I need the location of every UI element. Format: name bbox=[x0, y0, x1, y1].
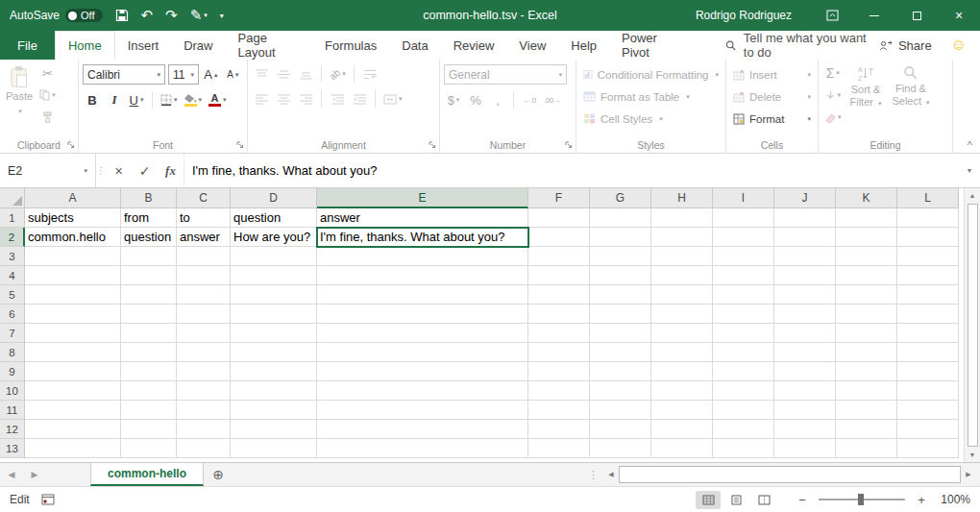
cell-C9[interactable] bbox=[177, 362, 231, 381]
cell-C5[interactable] bbox=[177, 285, 231, 305]
row-header-5[interactable]: 5 bbox=[0, 285, 25, 305]
name-box[interactable]: E2 ▾ bbox=[0, 154, 96, 187]
tab-help[interactable]: Help bbox=[558, 31, 609, 60]
cell-H9[interactable] bbox=[651, 362, 713, 381]
cell-I12[interactable] bbox=[713, 420, 774, 439]
autosum-button[interactable]: Σ▾ bbox=[822, 63, 844, 83]
save-button[interactable] bbox=[115, 9, 129, 22]
row-header-12[interactable]: 12 bbox=[0, 420, 25, 439]
cell-K1[interactable] bbox=[836, 208, 897, 228]
align-left-button[interactable] bbox=[252, 89, 271, 109]
formula-bar-grip[interactable]: ⋮ bbox=[96, 154, 106, 187]
redo-button[interactable]: ↷ bbox=[165, 7, 178, 24]
cell-F10[interactable] bbox=[528, 381, 590, 401]
cell-I4[interactable] bbox=[713, 266, 774, 285]
cell-J13[interactable] bbox=[774, 439, 836, 458]
insert-cells-button[interactable]: Insert ▾ bbox=[730, 64, 814, 85]
cell-styles-button[interactable]: Cell Styles ▾ bbox=[580, 109, 722, 129]
tab-formulas[interactable]: Formulas bbox=[312, 31, 389, 60]
cell-A10[interactable] bbox=[25, 381, 121, 401]
column-header-L[interactable]: L bbox=[897, 188, 959, 208]
cell-F12[interactable] bbox=[528, 420, 590, 439]
cell-C11[interactable] bbox=[177, 401, 231, 420]
sheet-tab-active[interactable]: common-hello bbox=[90, 463, 204, 486]
cell-B1[interactable]: from bbox=[121, 208, 177, 228]
cell-G3[interactable] bbox=[590, 247, 651, 266]
tab-data[interactable]: Data bbox=[389, 31, 440, 60]
font-color-button[interactable]: A▾ bbox=[207, 90, 229, 110]
row-header-2[interactable]: 2 bbox=[0, 228, 25, 247]
cell-L12[interactable] bbox=[897, 420, 959, 439]
cell-D6[interactable] bbox=[231, 305, 317, 324]
cell-B6[interactable] bbox=[121, 305, 177, 324]
cell-B9[interactable] bbox=[121, 362, 177, 381]
cell-H13[interactable] bbox=[651, 439, 713, 458]
macro-record-icon[interactable] bbox=[41, 494, 55, 505]
align-right-button[interactable] bbox=[296, 89, 315, 109]
cell-L5[interactable] bbox=[897, 285, 959, 305]
column-header-B[interactable]: B bbox=[121, 188, 177, 208]
decrease-decimal-button[interactable]: .00→ bbox=[542, 90, 562, 110]
grow-font-button[interactable]: A▲ bbox=[202, 65, 221, 85]
cell-I6[interactable] bbox=[713, 305, 774, 324]
cell-B13[interactable] bbox=[121, 439, 177, 458]
cell-D10[interactable] bbox=[231, 381, 317, 401]
row-header-1[interactable]: 1 bbox=[0, 208, 25, 228]
horizontal-scrollbar[interactable]: ◀ ▶ bbox=[605, 466, 974, 483]
cell-G12[interactable] bbox=[590, 420, 651, 439]
cell-L2[interactable] bbox=[897, 228, 959, 247]
tab-home[interactable]: Home bbox=[55, 31, 115, 60]
scroll-up-icon[interactable]: ▲ bbox=[969, 188, 976, 203]
cell-K4[interactable] bbox=[836, 266, 897, 285]
top-align-button[interactable] bbox=[252, 64, 271, 84]
tab-insert[interactable]: Insert bbox=[115, 31, 172, 60]
cell-C7[interactable] bbox=[177, 324, 231, 343]
cell-E1[interactable]: answer bbox=[317, 208, 528, 228]
cell-F11[interactable] bbox=[528, 401, 590, 420]
increase-decimal-button[interactable]: ←.0 bbox=[520, 90, 539, 110]
cell-D13[interactable] bbox=[231, 439, 317, 458]
alignment-dialog-launcher-icon[interactable] bbox=[429, 141, 436, 149]
page-break-preview-button[interactable] bbox=[751, 491, 776, 509]
cell-H2[interactable] bbox=[651, 228, 713, 247]
tab-file[interactable]: File bbox=[0, 31, 55, 60]
tab-draw[interactable]: Draw bbox=[171, 31, 225, 60]
zoom-out-button[interactable]: − bbox=[796, 493, 809, 507]
clipboard-dialog-launcher-icon[interactable] bbox=[67, 141, 75, 149]
row-header-4[interactable]: 4 bbox=[0, 266, 25, 285]
cell-A1[interactable]: subjects bbox=[25, 208, 121, 228]
cell-L10[interactable] bbox=[897, 381, 959, 401]
wrap-text-button[interactable] bbox=[360, 64, 380, 84]
tell-me-box[interactable]: Tell me what you want to do bbox=[725, 31, 879, 60]
cell-H11[interactable] bbox=[651, 401, 713, 420]
cell-D2[interactable]: How are you? bbox=[231, 228, 317, 247]
vertical-scroll-thumb[interactable] bbox=[968, 204, 978, 447]
cell-J11[interactable] bbox=[774, 401, 836, 420]
cell-B2[interactable]: question bbox=[121, 228, 177, 247]
bottom-align-button[interactable] bbox=[296, 64, 315, 84]
cell-E7[interactable] bbox=[317, 324, 528, 343]
cell-C6[interactable] bbox=[177, 305, 231, 324]
cell-F9[interactable] bbox=[528, 362, 590, 381]
cell-H10[interactable] bbox=[651, 381, 713, 401]
sort-filter-button[interactable]: AZ Sort & Filter ▾ bbox=[844, 63, 889, 111]
previous-sheet-button[interactable]: ◀ bbox=[0, 463, 23, 486]
cell-L4[interactable] bbox=[897, 266, 959, 285]
cell-I1[interactable] bbox=[713, 208, 774, 228]
formula-input[interactable]: I'm fine, thanks. What about you? bbox=[184, 154, 959, 187]
cell-E13[interactable] bbox=[317, 439, 528, 458]
cell-G7[interactable] bbox=[590, 324, 651, 343]
font-size-combo[interactable]: 11▾ bbox=[168, 64, 199, 85]
cell-I11[interactable] bbox=[713, 401, 774, 420]
cell-B10[interactable] bbox=[121, 381, 177, 401]
font-dialog-launcher-icon[interactable] bbox=[236, 141, 244, 149]
cell-D9[interactable] bbox=[231, 362, 317, 381]
column-header-C[interactable]: C bbox=[177, 188, 231, 208]
cell-I8[interactable] bbox=[713, 343, 774, 362]
cell-L9[interactable] bbox=[897, 362, 959, 381]
next-sheet-button[interactable]: ▶ bbox=[23, 463, 46, 486]
collapse-ribbon-button[interactable]: ^ bbox=[968, 139, 972, 151]
zoom-in-button[interactable]: + bbox=[915, 493, 928, 507]
zoom-level[interactable]: 100% bbox=[938, 493, 970, 506]
expand-formula-bar-button[interactable]: ▾ bbox=[959, 154, 980, 187]
